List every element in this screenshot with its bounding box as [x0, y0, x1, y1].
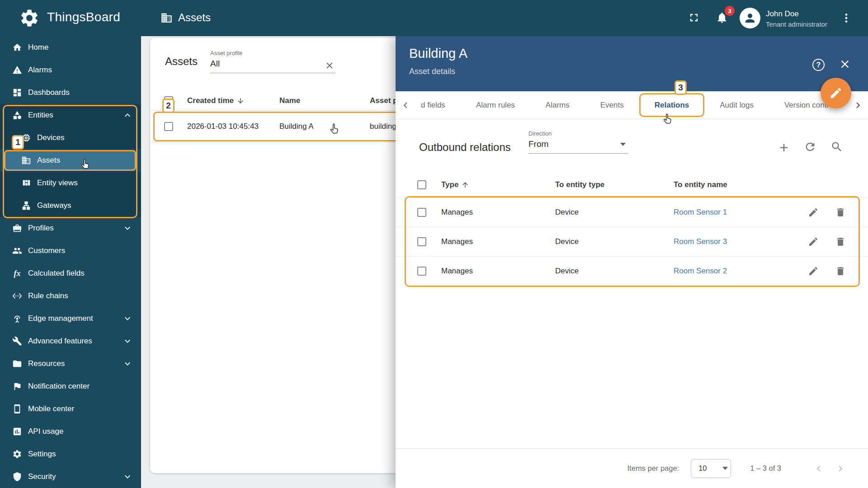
relations-tab-content: Outbound relations Direction From + — [396, 119, 868, 488]
add-relation-button[interactable]: + — [776, 138, 792, 156]
sidebar-item-label: Security — [28, 472, 56, 481]
asset-name: Building A — [279, 122, 370, 131]
chevron-down-icon — [122, 471, 133, 484]
row-checkbox[interactable] — [417, 267, 426, 276]
edit-fab-button[interactable] — [821, 78, 851, 108]
relation-row[interactable]: Manages Device Room Sensor 3 — [396, 227, 868, 256]
previous-page-button[interactable] — [813, 463, 825, 474]
row-checkbox[interactable] — [164, 122, 173, 131]
sidebar-item-api-usage[interactable]: API usage — [0, 420, 141, 443]
items-per-page-value: 10 — [698, 464, 707, 473]
avatar[interactable] — [740, 8, 760, 28]
relations-select-all-checkbox[interactable] — [417, 180, 426, 189]
sidebar-item-entity-views[interactable]: Entity views — [0, 172, 141, 194]
relations-table-header: Type To entity type To entity name — [396, 172, 868, 197]
close-details-button[interactable] — [839, 58, 851, 72]
next-page-button[interactable] — [835, 463, 846, 474]
edit-relation-button[interactable] — [807, 206, 820, 219]
entity-link[interactable]: Room Sensor 2 — [674, 267, 727, 275]
sidebar-item-advanced-features[interactable]: Advanced features — [0, 330, 141, 352]
sidebar-item-security[interactable]: Security — [0, 465, 141, 488]
pagination-range: 1 – 3 of 3 — [750, 464, 781, 473]
column-header-type[interactable]: Type — [441, 180, 555, 189]
type-label: Type — [441, 180, 458, 189]
delete-relation-button[interactable] — [834, 235, 847, 249]
edit-relation-button[interactable] — [807, 235, 820, 249]
sidebar-item-entities[interactable]: Entities — [0, 104, 141, 127]
entity-link[interactable]: Room Sensor 3 — [674, 237, 727, 246]
help-button[interactable]: ? — [812, 59, 825, 71]
page-title-label: Assets — [178, 11, 211, 24]
tab-alarm-rules[interactable]: Alarm rules — [461, 91, 530, 119]
rule-chains-icon — [12, 291, 23, 301]
sidebar-item-edge-management[interactable]: Edge management — [0, 307, 141, 330]
sidebar: Home Alarms Dashboards Entities Devices … — [0, 36, 141, 488]
sidebar-item-label: Assets — [37, 156, 60, 165]
direction-select[interactable]: Direction From — [528, 130, 628, 154]
items-per-page-select[interactable]: 10 — [691, 459, 731, 478]
tabs-scroll-left-button[interactable] — [396, 91, 415, 119]
search-button[interactable] — [830, 141, 843, 153]
gateways-icon — [21, 200, 32, 211]
sidebar-item-label: Notification center — [28, 382, 90, 391]
assets-icon — [21, 155, 32, 166]
tab-alarms[interactable]: Alarms — [530, 91, 585, 119]
entity-views-icon — [21, 178, 32, 188]
home-icon — [12, 42, 23, 53]
sidebar-item-rule-chains[interactable]: Rule chains — [0, 285, 141, 307]
sidebar-item-label: Settings — [28, 450, 56, 459]
row-checkbox[interactable] — [417, 208, 426, 217]
dashboards-icon — [12, 87, 23, 98]
relation-row[interactable]: Manages Device Room Sensor 1 — [396, 197, 868, 227]
sidebar-item-label: Advanced features — [28, 337, 92, 346]
fullscreen-button[interactable] — [688, 11, 700, 24]
chevron-down-icon — [122, 313, 133, 326]
asset-profile-filter-label: Asset profile — [210, 50, 335, 56]
tab-audit-logs[interactable]: Audit logs — [704, 91, 769, 119]
relation-row[interactable]: Manages Device Room Sensor 2 — [396, 256, 868, 286]
sidebar-item-profiles[interactable]: Profiles — [0, 217, 141, 239]
entity-link[interactable]: Room Sensor 1 — [674, 208, 727, 216]
security-icon — [12, 471, 23, 482]
column-header-to-entity-type[interactable]: To entity type — [555, 180, 674, 189]
created-time-label: Created time — [187, 96, 234, 105]
column-header-name[interactable]: Name — [279, 96, 370, 105]
more-menu-button[interactable] — [840, 12, 852, 24]
edit-relation-button[interactable] — [807, 264, 820, 278]
sidebar-item-home[interactable]: Home — [0, 36, 141, 59]
sidebar-item-label: Entities — [28, 111, 53, 120]
sidebar-item-label: Dashboards — [28, 88, 70, 97]
annotation-step-1-badge: 1 — [12, 135, 24, 150]
sidebar-item-settings[interactable]: Settings — [0, 443, 141, 465]
delete-relation-button[interactable] — [834, 264, 847, 278]
sort-ascending-icon — [461, 181, 469, 189]
pagination-bar: Items per page: 10 1 – 3 of 3 — [396, 448, 868, 488]
sidebar-item-label: API usage — [28, 427, 63, 436]
column-header-created-time[interactable]: Created time — [187, 96, 279, 105]
refresh-button[interactable] — [804, 141, 816, 153]
direction-label: Direction — [528, 130, 628, 137]
sidebar-item-alarms[interactable]: Alarms — [0, 59, 141, 81]
tab-events[interactable]: Events — [585, 91, 639, 119]
customers-icon — [12, 245, 23, 256]
calculated-fields-icon: fx — [12, 268, 23, 279]
sidebar-item-assets[interactable]: Assets — [5, 150, 137, 171]
clear-filter-button[interactable] — [325, 61, 335, 72]
row-checkbox[interactable] — [417, 237, 426, 246]
assets-card-title: Assets — [165, 55, 198, 68]
sidebar-item-gateways[interactable]: Gateways — [0, 194, 141, 217]
user-role: Tenant administrator — [766, 20, 827, 28]
asset-details-panel: Building A Asset details ? d fields Alar… — [396, 36, 868, 488]
sidebar-item-dashboards[interactable]: Dashboards — [0, 81, 141, 104]
sidebar-item-mobile-center[interactable]: Mobile center — [0, 398, 141, 420]
sidebar-item-customers[interactable]: Customers — [0, 239, 141, 262]
tab-calculated-fields[interactable]: d fields — [415, 91, 461, 119]
direction-value: From — [528, 139, 628, 149]
delete-relation-button[interactable] — [834, 206, 847, 219]
column-header-to-entity-name[interactable]: To entity name — [674, 180, 868, 189]
sidebar-item-calculated-fields[interactable]: fx Calculated fields — [0, 262, 141, 285]
asset-profile-filter[interactable]: Asset profile All — [210, 50, 335, 73]
sidebar-item-resources[interactable]: Resources — [0, 352, 141, 375]
relation-to-entity-type: Device — [555, 237, 674, 246]
sidebar-item-notification-center[interactable]: Notification center — [0, 375, 141, 398]
